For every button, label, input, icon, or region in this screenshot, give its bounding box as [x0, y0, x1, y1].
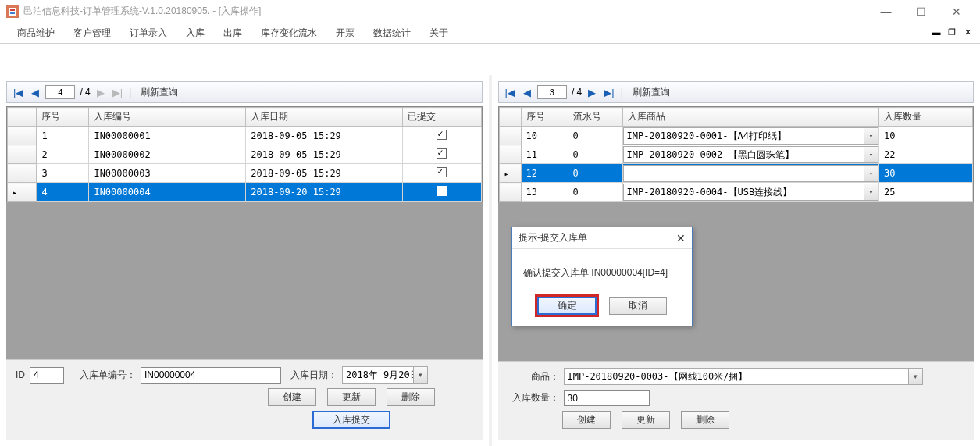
col-date[interactable]: 入库日期: [246, 108, 403, 127]
col-submitted[interactable]: 已提交: [403, 108, 481, 127]
menu-products[interactable]: 商品维护: [8, 23, 64, 44]
code-label: 入库单编号：: [80, 369, 136, 382]
menu-customers[interactable]: 客户管理: [64, 23, 120, 44]
confirm-dialog: 提示-提交入库单 ✕ 确认提交入库单 IN00000004[ID=4] 确定 取…: [511, 227, 693, 326]
create-button[interactable]: 创建: [268, 388, 316, 406]
id-label: ID: [16, 369, 25, 380]
col-seq[interactable]: 序号: [37, 108, 89, 127]
col-flow[interactable]: 流水号: [568, 108, 622, 127]
date-picker[interactable]: 2018年 9月20日 ▾: [342, 366, 428, 384]
svg-rect-1: [9, 8, 16, 16]
app-icon: [6, 5, 19, 18]
nav-last-icon[interactable]: ▶|: [111, 87, 124, 98]
dialog-message: 确认提交入库单 IN00000004[ID=4]: [512, 249, 692, 297]
left-pane: |◀ ◀ / 4 ▶ ▶| | 刷新查询 序号 入库编号 入库日期 已提交 1I…: [0, 75, 489, 446]
right-page-total: / 4: [572, 87, 582, 98]
table-row[interactable]: 110IMP-20180920-0002-【黑白圆珠笔】▾22: [499, 145, 973, 164]
date-label: 入库日期：: [290, 369, 337, 382]
table-row[interactable]: 120IMP-20180920-0003-【网线100米/捆】▾30: [499, 164, 973, 183]
chevron-down-icon[interactable]: ▾: [414, 366, 428, 384]
col-code[interactable]: 入库编号: [89, 108, 246, 127]
menubar: 商品维护 客户管理 订单录入 入库 出库 库存变化流水 开票 数据统计 关于: [0, 23, 980, 44]
table-row[interactable]: 130IMP-20180920-0004-【USB连接线】▾25: [499, 183, 973, 202]
svg-rect-3: [10, 12, 15, 14]
nav-prev-icon[interactable]: ◀: [522, 87, 533, 98]
minimize-button[interactable]: —: [868, 0, 903, 23]
menu-stats[interactable]: 数据统计: [364, 23, 420, 44]
right-refresh-link[interactable]: 刷新查询: [633, 86, 670, 99]
code-input[interactable]: [141, 367, 281, 384]
right-grid[interactable]: 序号 流水号 入库商品 入库数量 100IMP-20180920-0001-【A…: [498, 106, 975, 202]
left-page-total: / 4: [80, 87, 90, 98]
table-row[interactable]: 4IN000000042018-09-20 15:29: [8, 183, 482, 202]
dialog-ok-button[interactable]: 确定: [537, 297, 597, 315]
qty-input[interactable]: [564, 390, 650, 406]
nav-last-icon[interactable]: ▶|: [602, 87, 615, 98]
svg-rect-2: [10, 9, 15, 11]
menu-order-entry[interactable]: 订单录入: [120, 23, 176, 44]
nav-next-icon[interactable]: ▶: [95, 87, 106, 98]
menu-inventory-flow[interactable]: 库存变化流水: [251, 23, 326, 44]
update-button[interactable]: 更新: [327, 388, 376, 406]
delete-button[interactable]: 删除: [387, 388, 435, 406]
dialog-close-icon[interactable]: ✕: [676, 232, 686, 244]
create-button[interactable]: 创建: [562, 411, 611, 429]
dialog-title: 提示-提交入库单: [519, 231, 587, 244]
right-footer: 商品： IMP-20180920-0003-【网线100米/捆】 ▾ 入库数量：…: [498, 361, 975, 440]
col-product[interactable]: 入库商品: [622, 108, 879, 127]
qty-label: 入库数量：: [512, 391, 559, 405]
dialog-cancel-button[interactable]: 取消: [609, 297, 667, 315]
table-row[interactable]: 2IN000000022018-09-05 15:29: [8, 145, 482, 164]
window-titlebar: 邑泊信息科技-订单管理系统-V.1.0.20180905. - [入库操作] —…: [0, 0, 980, 23]
left-page-input[interactable]: [45, 85, 75, 99]
product-combo[interactable]: IMP-20180920-0003-【网线100米/捆】 ▾: [564, 368, 923, 385]
left-navigator: |◀ ◀ / 4 ▶ ▶| | 刷新查询: [6, 81, 483, 103]
chevron-down-icon[interactable]: ▾: [909, 368, 923, 385]
submit-inbound-button[interactable]: 入库提交: [312, 411, 390, 429]
right-page-input[interactable]: [537, 85, 567, 99]
menu-outbound[interactable]: 出库: [214, 23, 251, 44]
left-footer: ID 入库单编号： 入库日期： 2018年 9月20日 ▾ 创建 更新 删除 入…: [6, 359, 483, 440]
col-qty[interactable]: 入库数量: [879, 108, 973, 127]
table-row[interactable]: 3IN000000032018-09-05 15:29: [8, 164, 482, 183]
close-button[interactable]: ✕: [939, 0, 974, 23]
col-seq[interactable]: 序号: [521, 108, 568, 127]
nav-next-icon[interactable]: ▶: [586, 87, 597, 98]
mdi-restore-icon[interactable]: ❐: [946, 26, 958, 38]
nav-first-icon[interactable]: |◀: [504, 87, 517, 98]
menu-inbound[interactable]: 入库: [176, 23, 214, 44]
table-row[interactable]: 100IMP-20180920-0001-【A4打印纸】▾10: [499, 127, 973, 145]
delete-button[interactable]: 删除: [681, 411, 729, 429]
mdi-close-icon[interactable]: ✕: [961, 26, 974, 38]
id-input[interactable]: [30, 367, 64, 384]
product-label: 商品：: [531, 370, 559, 384]
maximize-button[interactable]: ☐: [903, 0, 939, 23]
left-grid[interactable]: 序号 入库编号 入库日期 已提交 1IN000000012018-09-05 1…: [6, 106, 483, 202]
mdi-minimize-icon[interactable]: ▬: [930, 26, 943, 38]
table-row[interactable]: 1IN000000012018-09-05 15:29: [8, 127, 482, 145]
window-title: 邑泊信息科技-订单管理系统-V.1.0.20180905. - [入库操作]: [23, 5, 261, 18]
left-refresh-link[interactable]: 刷新查询: [141, 86, 178, 99]
nav-prev-icon[interactable]: ◀: [30, 87, 41, 98]
nav-first-icon[interactable]: |◀: [12, 87, 25, 98]
menu-invoice[interactable]: 开票: [326, 23, 364, 44]
right-navigator: |◀ ◀ / 4 ▶ ▶| | 刷新查询: [498, 81, 975, 103]
menu-about[interactable]: 关于: [420, 23, 458, 44]
update-button[interactable]: 更新: [622, 411, 670, 429]
